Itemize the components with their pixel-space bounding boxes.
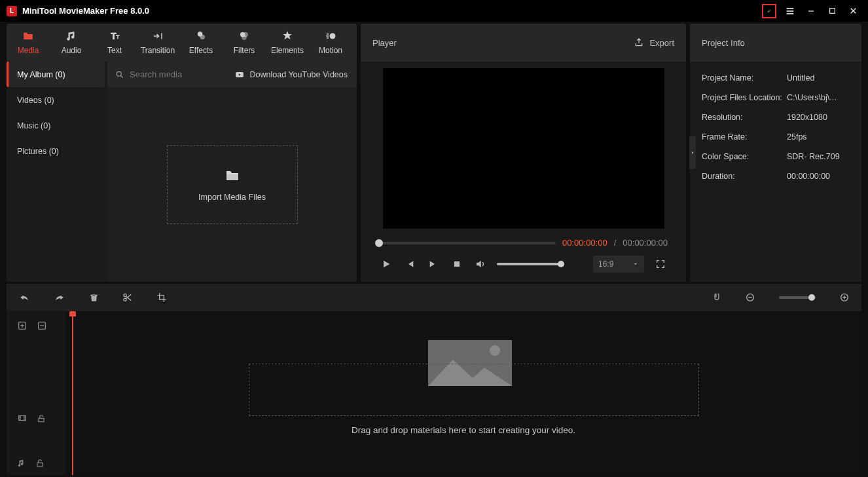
titlebar: L MiniTool MovieMaker Free 8.0.0: [0, 0, 868, 22]
add-track-button[interactable]: [17, 320, 27, 334]
svg-rect-11: [454, 261, 460, 267]
svg-point-0: [768, 10, 769, 12]
tab-text-label: Text: [107, 46, 122, 55]
zoom-in-button[interactable]: [839, 292, 850, 303]
project-row: Duration:00:00:00:00: [702, 166, 850, 186]
svg-point-8: [117, 71, 121, 76]
export-icon: [634, 37, 644, 48]
sidebar-item-label: Music (0): [17, 121, 50, 130]
download-youtube-label: Download YouTube Videos: [250, 70, 348, 79]
sidebar-item-label: Videos (0): [17, 96, 54, 105]
volume-button[interactable]: [473, 257, 488, 271]
tab-motion[interactable]: Motion: [309, 24, 352, 62]
audio-track-icon: [17, 458, 26, 471]
video-track-icon: [17, 413, 27, 427]
tab-elements-label: Elements: [271, 46, 304, 55]
tab-effects-label: Effects: [189, 46, 213, 55]
tab-elements[interactable]: Elements: [266, 24, 309, 62]
svg-point-7: [330, 33, 336, 39]
player-panel: Player Export 00:00:00:00 / 00:00:00:00: [361, 24, 686, 282]
minimize-button[interactable]: [804, 4, 818, 18]
remove-track-button[interactable]: [37, 320, 47, 334]
tab-filters-label: Filters: [234, 46, 255, 55]
aspect-value: 16:9: [598, 259, 613, 269]
sidebar-item-label: Pictures (0): [17, 147, 59, 156]
timeline-tracks-header: [7, 311, 65, 475]
svg-point-22: [490, 345, 500, 356]
export-button[interactable]: Export: [634, 37, 674, 48]
snap-button[interactable]: [712, 292, 721, 303]
tab-effects[interactable]: Effects: [179, 24, 223, 62]
activate-key-button[interactable]: [762, 4, 776, 18]
video-preview[interactable]: [383, 68, 664, 229]
search-input[interactable]: [130, 69, 208, 79]
timeline: Drag and drop materials here to start cr…: [7, 311, 861, 475]
project-row: Color Space:SDR- Rec.709: [702, 147, 850, 166]
undo-button[interactable]: [18, 292, 30, 303]
prev-frame-button[interactable]: [403, 257, 417, 271]
delete-button[interactable]: [89, 292, 99, 303]
tab-filters[interactable]: Filters: [223, 24, 266, 62]
aspect-ratio-select[interactable]: 16:9: [593, 256, 644, 273]
lock-audio-track-button[interactable]: [35, 458, 45, 471]
sidebar-item-videos[interactable]: Videos (0): [7, 87, 105, 113]
timeline-hint: Drag and drop materials here to start cr…: [65, 425, 861, 435]
zoom-slider[interactable]: [779, 296, 816, 299]
folder-icon: [223, 168, 242, 183]
export-label: Export: [649, 38, 674, 48]
tab-media[interactable]: Media: [7, 24, 50, 62]
tab-transition[interactable]: Transition: [136, 24, 179, 62]
next-frame-button[interactable]: [426, 257, 441, 271]
project-row: Frame Rate:25fps: [702, 127, 850, 147]
svg-point-3: [200, 35, 206, 40]
zoom-out-button[interactable]: [745, 292, 755, 303]
lock-video-track-button[interactable]: [37, 413, 46, 427]
tab-text[interactable]: Text: [93, 24, 136, 62]
timeline-drop-zone[interactable]: [249, 364, 699, 416]
download-youtube-button[interactable]: Download YouTube Videos: [234, 70, 357, 79]
time-separator: /: [614, 238, 617, 248]
project-info-title: Project Info: [702, 38, 745, 48]
sidebar-item-label: My Album (0): [17, 70, 65, 79]
media-sidebar: My Album (0) Videos (0) Music (0) Pictur…: [7, 62, 105, 282]
fullscreen-button[interactable]: [653, 257, 668, 271]
svg-rect-10: [226, 174, 238, 180]
crop-button[interactable]: [156, 292, 167, 303]
sidebar-item-myalbum[interactable]: My Album (0): [7, 62, 105, 87]
redo-button[interactable]: [54, 292, 65, 303]
player-title: Player: [372, 38, 397, 48]
project-row: Project Name:Untitled: [702, 68, 850, 88]
tab-audio[interactable]: Audio: [50, 24, 93, 62]
maximize-button[interactable]: [825, 4, 839, 18]
import-media-label: Import Media Files: [198, 193, 266, 202]
tab-audio-label: Audio: [62, 46, 82, 55]
svg-rect-18: [19, 416, 26, 421]
svg-rect-1: [829, 9, 835, 14]
sidebar-item-pictures[interactable]: Pictures (0): [7, 138, 105, 164]
timeline-toolbar: [7, 284, 861, 311]
search-media[interactable]: [107, 69, 234, 79]
split-button[interactable]: [122, 292, 133, 303]
sidebar-item-music[interactable]: Music (0): [7, 113, 105, 138]
volume-slider[interactable]: [497, 263, 561, 265]
project-info-panel: Project Info Project Name:Untitled Proje…: [690, 24, 861, 282]
project-row: Resolution:1920x1080: [702, 107, 850, 127]
progress-slider[interactable]: [379, 242, 556, 244]
media-panel: Media Audio Text Transition Effects Filt…: [7, 24, 357, 282]
timeline-canvas[interactable]: Drag and drop materials here to start cr…: [65, 311, 861, 475]
close-button[interactable]: [846, 4, 860, 18]
chevron-down-icon: [632, 261, 639, 267]
collapse-panel-button[interactable]: [689, 136, 696, 169]
media-area: Download YouTube Videos Import Media Fil…: [107, 62, 357, 282]
total-time: 00:00:00:00: [623, 238, 668, 248]
menu-button[interactable]: [783, 4, 797, 18]
playhead[interactable]: [72, 311, 73, 475]
svg-rect-19: [39, 418, 44, 421]
svg-rect-20: [37, 463, 43, 466]
category-tabs: Media Audio Text Transition Effects Filt…: [7, 24, 357, 62]
project-row: Project Files Location:C:\Users\bj\...: [702, 88, 850, 107]
svg-point-6: [242, 35, 247, 41]
import-media-button[interactable]: Import Media Files: [167, 145, 298, 224]
play-button[interactable]: [379, 257, 393, 271]
stop-button[interactable]: [450, 257, 464, 271]
